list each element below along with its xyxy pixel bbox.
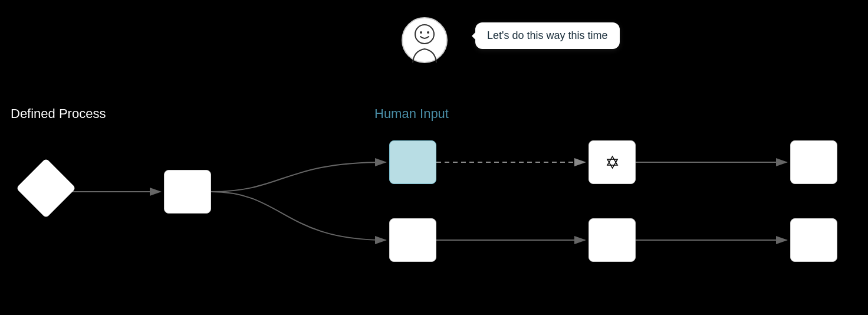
defined-process-label: Defined Process: [11, 106, 106, 122]
process-rect-4: [588, 218, 636, 262]
process-rect-5: [790, 140, 837, 184]
human-avatar: [401, 17, 448, 64]
svg-point-10: [427, 31, 429, 34]
process-rect-1: [164, 170, 211, 214]
process-rect-star: ✡: [588, 140, 636, 184]
svg-point-9: [420, 31, 422, 34]
process-rect-2-teal: [389, 140, 436, 184]
human-input-label: Human Input: [374, 106, 449, 122]
process-rect-3: [389, 218, 436, 262]
process-rect-6: [790, 218, 837, 262]
diamond-shape: [16, 158, 76, 218]
star-icon: ✡: [605, 152, 620, 173]
diagram-container: Defined Process Human Input Let's do thi…: [0, 0, 868, 315]
speech-bubble: Let's do this way this time: [475, 22, 620, 49]
